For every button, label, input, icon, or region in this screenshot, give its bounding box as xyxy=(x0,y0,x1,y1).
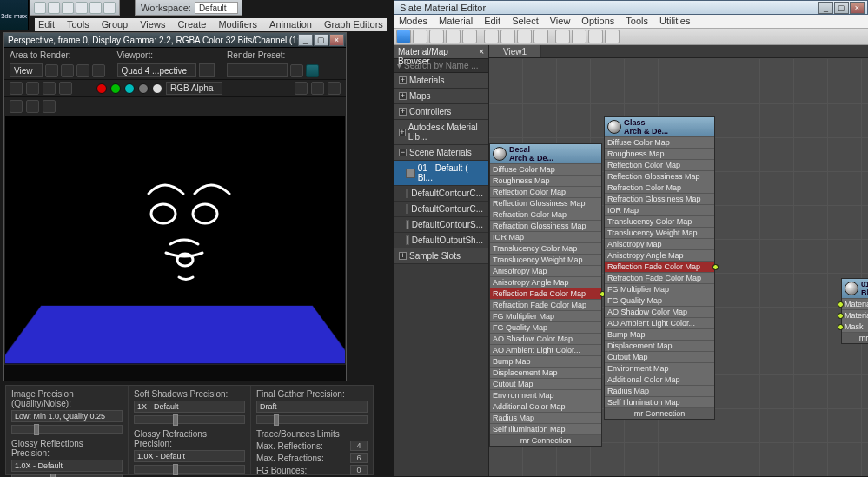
maximize-button[interactable]: ▢ xyxy=(834,2,849,14)
menu-edit[interactable]: Edit xyxy=(484,16,500,27)
fg-bounces-spinner[interactable]: 0 xyxy=(350,465,368,475)
render-title-bar[interactable]: Perspective, frame 0, Display Gamma: 2.2… xyxy=(4,33,346,48)
final-gather-slider[interactable] xyxy=(256,415,368,424)
tb-icon[interactable] xyxy=(572,30,586,43)
browser-cat-autodesk[interactable]: +Autodesk Material Lib... xyxy=(394,120,488,145)
channel-green-icon[interactable] xyxy=(110,83,121,94)
channel-blue-icon[interactable] xyxy=(124,83,135,94)
node-graph[interactable]: DecalArch & De... Diffuse Color MapRough… xyxy=(489,59,868,476)
qat-btn[interactable] xyxy=(48,2,60,14)
node-slot[interactable]: Radius Map xyxy=(605,385,714,396)
node-slot[interactable]: Displacement Map xyxy=(490,367,601,378)
menu-select[interactable]: Select xyxy=(512,16,539,27)
browser-mat-01-default[interactable]: 01 - Default ( Bl... xyxy=(394,161,488,186)
node-slot[interactable]: Diffuse Color Map xyxy=(490,163,601,175)
node-slot[interactable]: Self Illumination Map xyxy=(605,396,714,407)
area-to-render-dropdown[interactable]: View xyxy=(10,63,43,77)
workspace-dropdown[interactable]: Default xyxy=(195,2,238,14)
browser-mat-contour2[interactable]: DefaultContourC... xyxy=(394,202,488,217)
node-slot[interactable]: IOR Map xyxy=(490,231,601,242)
tb-icon[interactable] xyxy=(533,30,548,43)
render-preset-dropdown[interactable] xyxy=(227,63,288,77)
menu-modes[interactable]: Modes xyxy=(399,16,427,27)
render-button-teal[interactable] xyxy=(306,64,319,77)
node-slot[interactable]: Translucency Weight Map xyxy=(490,254,601,265)
node-slot[interactable]: Bump Map xyxy=(490,355,601,367)
qat-btn[interactable] xyxy=(76,2,88,14)
viewport-dropdown[interactable]: Quad 4 ...pective xyxy=(117,63,197,77)
region-toggle-icon[interactable] xyxy=(45,64,58,77)
node-slot[interactable]: Reflection Color Map xyxy=(605,159,714,170)
node-slot[interactable]: IOR Map xyxy=(605,204,714,215)
browser-cat-maps[interactable]: +Maps xyxy=(394,89,488,104)
node-header[interactable]: 01 - DefaultBlend xyxy=(842,279,868,298)
node-footer[interactable]: mr Connection xyxy=(842,332,868,343)
save-image-icon[interactable] xyxy=(10,82,23,95)
delete-icon[interactable] xyxy=(59,82,72,95)
lock-icon[interactable] xyxy=(199,63,215,77)
pan-icon[interactable] xyxy=(92,64,105,77)
image-precision-slider[interactable] xyxy=(11,425,123,434)
browser-header[interactable]: Material/Map Browser × xyxy=(394,45,488,59)
node-slot[interactable]: Environment Map xyxy=(605,362,714,374)
node-slot[interactable]: Refraction Color Map xyxy=(605,182,714,193)
node-slot[interactable]: Translucency Color Map xyxy=(605,215,714,227)
browser-mat-contour1[interactable]: DefaultContourC... xyxy=(394,186,488,202)
channel-alpha-icon[interactable] xyxy=(138,83,149,94)
node-slot[interactable]: AO Shadow Color Map xyxy=(605,306,714,317)
node-slot[interactable]: Reflection Glossiness Map xyxy=(490,197,601,209)
minimize-button[interactable]: _ xyxy=(298,34,313,46)
node-slot[interactable]: AO Ambient Light Color... xyxy=(605,317,714,328)
node-slot[interactable]: Cutout Map xyxy=(490,378,601,389)
render-viewport[interactable] xyxy=(4,115,346,365)
tb-icon[interactable] xyxy=(413,30,427,43)
browser-cat-scene[interactable]: −Scene Materials xyxy=(394,145,488,161)
node-slot[interactable]: Refraction Fade Color Map xyxy=(490,299,601,310)
tb-icon[interactable] xyxy=(462,30,477,43)
tb-icon[interactable] xyxy=(429,30,444,43)
browser-cat-materials[interactable]: +Materials xyxy=(394,73,488,89)
node-slot-material2[interactable]: Material 2 xyxy=(842,309,868,321)
select-tool-icon[interactable] xyxy=(396,30,411,43)
node-slot[interactable]: Environment Map xyxy=(490,389,601,401)
menu-animation[interactable]: Animation xyxy=(269,18,312,31)
qat-btn[interactable] xyxy=(89,2,102,14)
node-slot[interactable]: Reflection Glossiness Map xyxy=(605,170,714,182)
node-slot[interactable]: Refraction Color Map xyxy=(490,209,601,220)
node-slot[interactable]: Radius Map xyxy=(490,412,601,423)
qat-btn[interactable] xyxy=(62,2,74,14)
node-slot[interactable]: Displacement Map xyxy=(605,340,714,351)
node-slot[interactable]: Reflection Fade Color Map xyxy=(490,288,601,299)
browser-cat-controllers[interactable]: +Controllers xyxy=(394,104,488,120)
node-slot[interactable]: FG Multiplier Map xyxy=(605,283,714,295)
tb-icon[interactable] xyxy=(517,30,532,43)
max-refr-spinner[interactable]: 6 xyxy=(350,453,368,463)
final-gather-dropdown[interactable]: Draft xyxy=(256,401,368,413)
tb-icon[interactable] xyxy=(484,30,499,43)
node-slot[interactable]: Additional Color Map xyxy=(490,401,601,412)
node-slot[interactable]: Cutout Map xyxy=(605,351,714,362)
menu-view[interactable]: View xyxy=(550,16,571,27)
tb-icon[interactable] xyxy=(500,30,515,43)
channel-mono-icon[interactable] xyxy=(152,83,162,94)
node-header[interactable]: GlassArch & De... xyxy=(605,117,714,136)
browser-mat-output[interactable]: DefaultOutputSh... xyxy=(394,233,488,248)
close-button[interactable]: × xyxy=(329,34,344,46)
node-slot[interactable]: Refraction Fade Color Map xyxy=(605,272,714,283)
print-icon[interactable] xyxy=(26,100,39,113)
close-icon[interactable]: × xyxy=(479,47,484,56)
fx-icon[interactable] xyxy=(328,82,341,95)
node-slot[interactable]: Roughness Map xyxy=(490,175,601,186)
menu-group[interactable]: Group xyxy=(102,18,129,31)
node-slot[interactable]: Translucency Color Map xyxy=(490,242,601,254)
node-slot[interactable]: Self Illumination Map xyxy=(490,423,601,434)
slate-title-bar[interactable]: Slate Material Editor _ ▢ × xyxy=(394,0,868,15)
menu-edit[interactable]: Edit xyxy=(38,18,55,31)
menu-graph-editors[interactable]: Graph Editors xyxy=(324,18,383,31)
node-slot[interactable]: Anisotropy Map xyxy=(605,238,714,249)
node-slot[interactable]: FG Multiplier Map xyxy=(490,310,601,321)
node-slot[interactable]: FG Quality Map xyxy=(605,295,714,306)
qat-btn[interactable] xyxy=(103,2,116,14)
soft-shadows-slider[interactable] xyxy=(134,415,245,424)
node-slot[interactable]: Bump Map xyxy=(605,328,714,340)
